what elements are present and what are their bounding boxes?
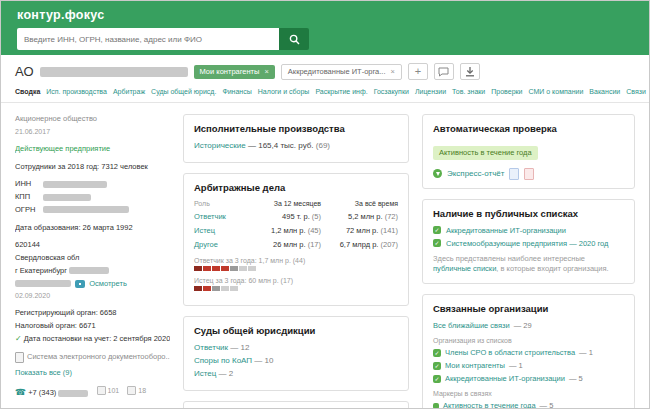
arb-role-other[interactable]: Другое (194, 240, 244, 249)
phone-redacted (58, 390, 88, 397)
logo[interactable]: контур.фокус (17, 8, 633, 22)
related-it-link[interactable]: Аккредитованные ИТ-организации (445, 374, 565, 383)
tab-isp-proizvodstva[interactable]: Исп. производства (46, 88, 107, 95)
org-type: Акционерное общество (15, 114, 170, 124)
header: контур.фокус (1, 1, 649, 55)
bar-segment (203, 266, 211, 271)
all-connections-line: Все ближайшие связи — 29 (433, 321, 624, 330)
tab-arbitrazh[interactable]: Арбитраж (113, 88, 145, 95)
word-doc-icon[interactable] (509, 168, 519, 180)
bar-segment (212, 286, 220, 291)
arbitration-table: Роль За 12 месяцев За всё время Ответчик… (194, 200, 398, 249)
public-lists-note: Здесь представлены наиболее интересные п… (433, 254, 624, 276)
region-line: Свердловская обл (15, 253, 170, 263)
tab-licenzii[interactable]: Лицензии (415, 88, 446, 95)
list-check-icon: ✓ (433, 226, 441, 234)
courts-koap-link[interactable]: Споры по КоАП (194, 356, 252, 365)
phone-prefix: +7 (343) (28, 388, 56, 397)
address-part-redacted (69, 267, 109, 274)
street-line: Осмотреть (15, 279, 170, 289)
tag-remove-icon[interactable]: × (390, 67, 394, 76)
tag-accredited-it[interactable]: Аккредитованные ИТ-орга... × (281, 64, 402, 80)
courts-plaintiff-line: Истец — 2 (194, 369, 398, 378)
express-report-link[interactable]: Экспресс-отчёт (447, 169, 504, 178)
search-bar (17, 28, 309, 50)
tab-nalogi[interactable]: Налоги и сборы (258, 88, 310, 95)
public-list-item-backbone: ✓ Системообразующие предприятия — 2020 г… (433, 239, 624, 248)
courts-defendant-link[interactable]: Ответчик (194, 343, 228, 352)
defendant-3y-label: Ответчик за 3 года: 1,7 млн р. (44) (194, 257, 398, 264)
comment-icon (438, 67, 449, 77)
company-title-bar: АО Мои контрагенты × Аккредитованные ИТ-… (1, 55, 649, 85)
public-lists-note-link[interactable]: публичные списки (433, 264, 496, 273)
city-line: г Екатеринбург (15, 266, 170, 276)
tag-my-counterparties[interactable]: Мои контрагенты × (194, 65, 275, 79)
arb-other-all: 6,7 млрд р. (207) (325, 240, 398, 249)
public-list-backbone-link[interactable]: Системообразующие предприятия — 2020 год (446, 239, 608, 248)
related-it-count: — 5 (569, 374, 583, 383)
tab-goszakupki[interactable]: Госзакупки (374, 88, 409, 95)
edo-text: Система электронного документооборо... (27, 353, 170, 362)
public-lists-card: Наличие в публичных списках ✓ Аккредитов… (422, 199, 635, 285)
note-post: , в которые входит организация. (496, 264, 608, 273)
pdf-doc-icon[interactable] (524, 168, 534, 180)
related-sro-link[interactable]: Члены СРО в области строительства (445, 348, 575, 357)
tab-smi[interactable]: СМИ о компании (529, 88, 584, 95)
founded-line: Дата образования: 26 марта 1992 (15, 223, 170, 233)
related-mine-count: — 1 (509, 361, 523, 370)
inn-value-redacted (43, 181, 107, 188)
tag-remove-icon[interactable]: × (264, 67, 268, 76)
org-type-date: 21.06.2017 (15, 127, 170, 136)
enforcement-title: Исполнительные производства (194, 123, 398, 134)
arb-defendant-all: 5,2 млн р. (72) (325, 212, 398, 221)
tab-vakansii[interactable]: Вакансии (589, 88, 620, 95)
tab-svodka[interactable]: Сводка (15, 88, 40, 95)
show-all-link[interactable]: Показать все (9) (15, 368, 72, 378)
tab-proverki[interactable]: Проверки (491, 88, 522, 95)
related-list-sro: ✓ Члены СРО в области строительства — 1 (433, 348, 624, 357)
search-button[interactable] (279, 28, 309, 50)
company-status: Действующее предприятие (15, 144, 170, 154)
courts-defendant-count: — 12 (230, 343, 249, 352)
tab-svyazi[interactable]: Связи (626, 88, 646, 95)
arb-role-plaintiff[interactable]: Истец (194, 226, 244, 235)
note-pre: Здесь представлены наиболее интересные (433, 254, 585, 263)
tab-tov-znaki[interactable]: Тов. знаки (452, 88, 485, 95)
arbitration-card: Арбитражные дела Роль За 12 месяцев За в… (183, 173, 409, 306)
enforcement-historical-link[interactable]: Исторические (194, 141, 246, 150)
public-list-it-link[interactable]: Аккредитованные ИТ-организации (446, 226, 566, 235)
list-check-icon: ✓ (433, 375, 441, 383)
stat1-count: 101 (108, 386, 120, 395)
section-tabs: Сводка Исп. производства Арбитраж Суды о… (1, 85, 649, 103)
list-check-icon: ✓ (433, 239, 441, 247)
download-icon (465, 66, 475, 77)
general-courts-card: Суды общей юрисдикции Ответчик — 12 Спор… (183, 316, 409, 391)
inspect-link[interactable]: Осмотреть (89, 279, 127, 288)
download-button[interactable] (460, 63, 480, 80)
tab-raskrytie[interactable]: Раскрытие инф. (315, 88, 367, 95)
arb-role-defendant[interactable]: Ответчик (194, 212, 244, 221)
courts-plaintiff-link[interactable]: Истец (194, 369, 216, 378)
reg-authority-line: Регистрирующий орган: 6658 (15, 308, 170, 318)
tab-finansy[interactable]: Финансы (222, 88, 251, 95)
ogrn-line: ОГРН (15, 205, 170, 215)
street-view-icon (75, 280, 85, 288)
bar-segment (248, 266, 256, 271)
bar-segment (194, 286, 202, 291)
registration-date-text: Дата постановки на учет: 2 сентября 2020 (24, 334, 170, 343)
all-connections-link[interactable]: Все ближайшие связи (433, 321, 510, 330)
search-input[interactable] (17, 28, 279, 50)
tab-sudy-obshchey[interactable]: Суды общей юрисд. (151, 88, 216, 95)
bar-segment (221, 286, 229, 291)
related-list-mine: ✓ Мои контрагенты — 1 (433, 361, 624, 370)
public-lists-title: Наличие в публичных списках (433, 208, 624, 219)
add-tag-button[interactable]: + (408, 63, 428, 80)
marker-activity-link[interactable]: Активность в течение года (443, 401, 536, 409)
zip-line: 620144 (15, 240, 170, 250)
enforcement-card: Исполнительные производства Исторические… (183, 114, 409, 163)
company-info-sidebar: Акционерное общество 21.06.2017 Действую… (15, 114, 170, 409)
app-window: контур.фокус АО Мои контрагенты × Аккред… (0, 0, 650, 409)
related-mine-link[interactable]: Мои контрагенты (445, 361, 505, 370)
comment-button[interactable] (434, 63, 454, 80)
company-prefix: АО (15, 64, 34, 79)
